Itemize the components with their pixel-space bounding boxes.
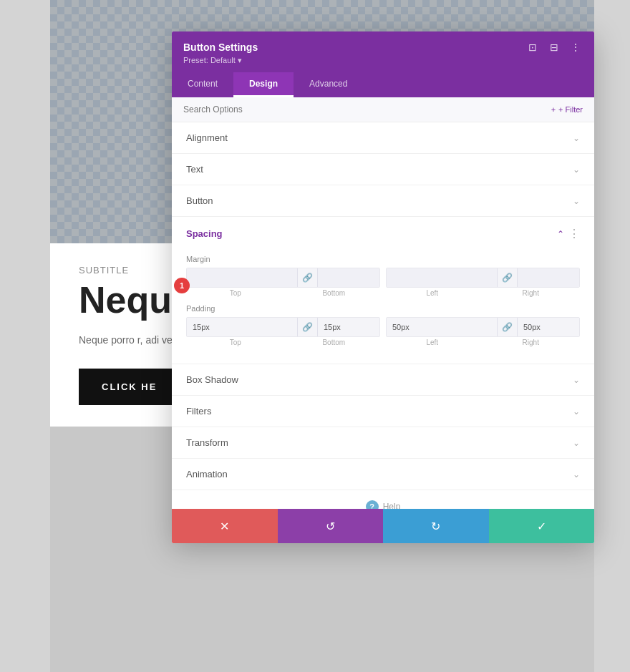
padding-sub-labels: Top Bottom Left Right: [186, 339, 580, 346]
button-chevron: ⌄: [573, 196, 580, 206]
redo-button[interactable]: ↻: [383, 509, 489, 543]
spacing-label: Spacing: [186, 228, 223, 239]
accordion-animation[interactable]: Animation ⌄: [172, 459, 594, 490]
padding-top-input[interactable]: [187, 318, 297, 336]
button-label: Button: [186, 195, 213, 206]
accordion-transform[interactable]: Transform ⌄: [172, 427, 594, 459]
filter-plus-icon: +: [551, 105, 556, 114]
right-edge: [594, 0, 630, 672]
margin-top-bottom-pair: 🔗: [186, 268, 380, 288]
padding-link-icon-2[interactable]: 🔗: [497, 318, 518, 336]
spacing-section: Spacing ⌃ ⋮ Margin 🔗 🔗: [172, 217, 594, 364]
padding-left-input[interactable]: [387, 318, 497, 336]
panel-preset[interactable]: Preset: Default: [183, 56, 583, 65]
resize-icon[interactable]: ⊡: [525, 40, 540, 54]
save-button[interactable]: ✓: [489, 509, 595, 543]
filters-label: Filters: [186, 406, 211, 417]
panel-body: Alignment ⌄ Text ⌄ Button ⌄ Spacing ⌃ ⋮ …: [172, 122, 594, 509]
click-button[interactable]: CLICK HE: [79, 369, 180, 405]
panel-footer: ✕ ↺ ↻ ✓: [172, 509, 594, 543]
box-shadow-label: Box Shadow: [186, 374, 238, 385]
filter-label[interactable]: + Filter: [558, 105, 583, 114]
margin-top-label: Top: [186, 289, 285, 297]
accordion-text[interactable]: Text ⌄: [172, 154, 594, 185]
panel-tabs: Content Design Advanced: [172, 72, 594, 97]
step-badge: 1: [174, 278, 190, 293]
padding-bottom-input[interactable]: [318, 318, 380, 336]
left-edge: [0, 0, 50, 672]
tab-advanced[interactable]: Advanced: [294, 72, 363, 97]
spacing-section-header[interactable]: Spacing ⌃ ⋮: [186, 217, 580, 248]
padding-top-bottom-pair: 🔗: [186, 317, 380, 337]
margin-left-right-pair: 🔗: [386, 268, 580, 288]
cancel-icon: ✕: [220, 520, 229, 533]
accordion-button[interactable]: Button ⌄: [172, 185, 594, 217]
margin-left-input[interactable]: [387, 268, 497, 287]
padding-left-right-pair: 🔗: [386, 317, 580, 337]
accordion-box-shadow[interactable]: Box Shadow ⌄: [172, 364, 594, 396]
margin-right-label: Right: [482, 289, 581, 297]
accordion-alignment[interactable]: Alignment ⌄: [172, 122, 594, 154]
filters-chevron: ⌄: [573, 406, 580, 417]
animation-chevron: ⌄: [573, 469, 580, 479]
margin-bottom-input[interactable]: [318, 268, 380, 287]
tab-design[interactable]: Design: [233, 72, 294, 97]
panel-header-top: Button Settings ⊡ ⊟ ⋮: [183, 40, 583, 54]
padding-right-input[interactable]: [518, 318, 580, 336]
margin-link-icon-2[interactable]: 🔗: [497, 268, 518, 287]
button-settings-panel: Button Settings ⊡ ⊟ ⋮ Preset: Default Co…: [172, 31, 594, 543]
preset-label[interactable]: Preset: Default: [183, 56, 242, 64]
search-input[interactable]: [183, 104, 551, 115]
accordion-filters[interactable]: Filters ⌄: [172, 396, 594, 427]
margin-left-label: Left: [383, 289, 482, 297]
margin-sub-labels: Top Bottom Left Right: [186, 289, 580, 297]
margin-right-input[interactable]: [518, 268, 580, 287]
margin-bottom-label: Bottom: [285, 289, 384, 297]
split-icon[interactable]: ⊟: [547, 40, 561, 54]
text-chevron: ⌄: [573, 165, 580, 175]
margin-label: Margin: [186, 255, 580, 263]
more-icon[interactable]: ⋮: [568, 40, 583, 54]
undo-icon: ↺: [326, 520, 335, 533]
undo-button[interactable]: ↺: [278, 509, 384, 543]
padding-link-icon[interactable]: 🔗: [297, 318, 318, 336]
panel-title: Button Settings: [183, 42, 258, 53]
redo-icon: ↻: [431, 520, 440, 533]
cancel-button[interactable]: ✕: [172, 509, 278, 543]
panel-help: ? Help: [172, 490, 594, 509]
padding-label: Padding: [186, 304, 580, 313]
alignment-chevron: ⌄: [573, 133, 580, 143]
padding-top-label: Top: [186, 339, 285, 346]
save-icon: ✓: [537, 520, 546, 533]
box-shadow-chevron: ⌄: [573, 375, 580, 385]
animation-label: Animation: [186, 469, 228, 479]
text-label: Text: [186, 164, 203, 175]
padding-right-label: Right: [482, 339, 581, 346]
margin-fields-row: 🔗 🔗: [186, 268, 580, 288]
transform-label: Transform: [186, 437, 228, 448]
spacing-more-icon[interactable]: ⋮: [568, 227, 580, 240]
panel-header: Button Settings ⊡ ⊟ ⋮ Preset: Default: [172, 31, 594, 72]
transform-chevron: ⌄: [573, 438, 580, 448]
tab-content[interactable]: Content: [172, 72, 233, 97]
padding-bottom-label: Bottom: [285, 339, 384, 346]
spacing-header-icons: ⌃ ⋮: [557, 227, 580, 240]
panel-search-bar: + + Filter: [172, 97, 594, 122]
filter-button[interactable]: + + Filter: [551, 105, 583, 114]
panel-header-icons: ⊡ ⊟ ⋮: [525, 40, 583, 54]
help-label[interactable]: Help: [383, 502, 401, 509]
margin-top-input[interactable]: [187, 268, 297, 287]
padding-fields-row: 🔗 🔗: [186, 317, 580, 337]
spacing-chevron: ⌃: [557, 229, 564, 239]
alignment-label: Alignment: [186, 132, 228, 143]
padding-left-label: Left: [383, 339, 482, 346]
margin-link-icon[interactable]: 🔗: [297, 268, 318, 287]
help-icon[interactable]: ?: [366, 500, 379, 509]
